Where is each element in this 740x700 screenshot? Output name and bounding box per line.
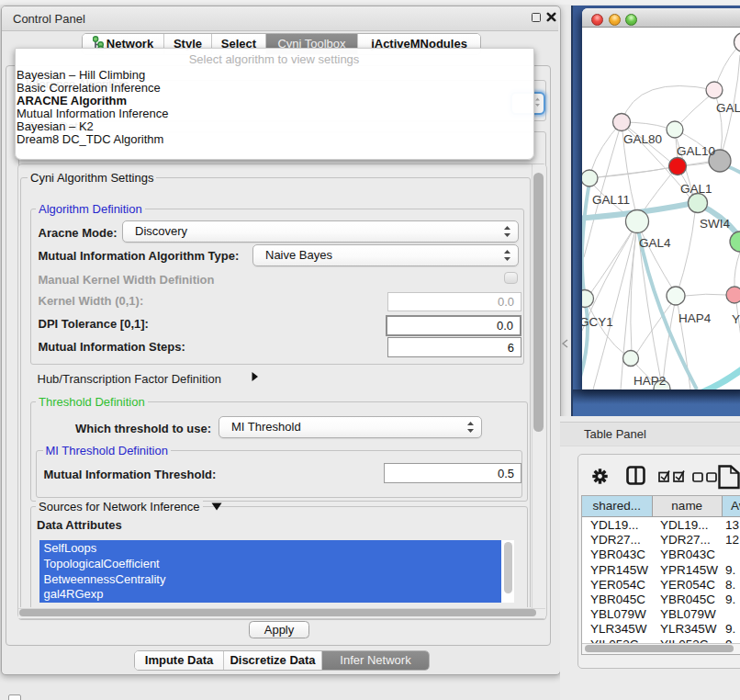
svg-text:HAP4: HAP4: [678, 311, 712, 325]
svg-text:GCY1: GCY1: [582, 315, 613, 329]
svg-text:SWI4: SWI4: [700, 217, 730, 231]
svg-text:GAL11: GAL11: [592, 193, 630, 207]
svg-text:GAL80: GAL80: [623, 132, 662, 146]
svg-text:GAL1: GAL1: [680, 182, 712, 196]
svg-text:GAL7: GAL7: [716, 101, 740, 115]
svg-text:GAL10: GAL10: [677, 144, 715, 158]
svg-text:YJ: YJ: [732, 312, 740, 326]
svg-text:HAP2: HAP2: [633, 374, 666, 388]
svg-text:GAL4: GAL4: [639, 236, 671, 250]
